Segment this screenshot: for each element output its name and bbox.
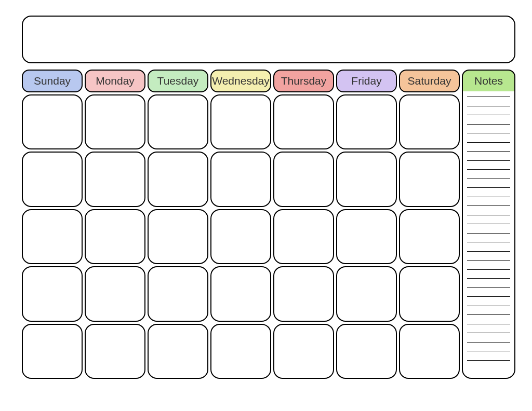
day-cell xyxy=(148,94,208,149)
header-sunday: Sunday xyxy=(22,70,83,92)
note-line xyxy=(467,242,510,242)
note-line xyxy=(467,324,510,324)
note-line xyxy=(467,251,510,252)
day-cell xyxy=(22,209,83,264)
day-cell xyxy=(336,209,397,264)
day-cell xyxy=(273,94,334,149)
note-line xyxy=(467,97,510,97)
calendar-grid: Sunday Monday Tuesday Wednesday Thursday… xyxy=(22,70,515,379)
header-thursday: Thursday xyxy=(273,70,334,92)
calendar-page: Sunday Monday Tuesday Wednesday Thursday… xyxy=(0,0,532,411)
note-line xyxy=(467,278,510,279)
day-cell xyxy=(148,209,208,264)
note-line xyxy=(467,333,510,333)
header-wednesday: Wednesday xyxy=(210,70,271,92)
note-line xyxy=(467,151,510,152)
header-saturday: Saturday xyxy=(399,70,460,92)
day-cell xyxy=(22,94,83,149)
note-line xyxy=(467,169,510,170)
day-cell xyxy=(148,266,208,321)
header-label: Friday xyxy=(351,75,381,87)
header-label: Tuesday xyxy=(157,75,199,87)
note-line xyxy=(467,133,510,133)
day-cell xyxy=(210,324,271,379)
day-cell xyxy=(336,266,397,321)
day-cell xyxy=(210,266,271,321)
day-cell xyxy=(85,152,145,207)
day-cell xyxy=(22,324,83,379)
note-line xyxy=(467,269,510,270)
day-cell xyxy=(399,152,460,207)
day-cell xyxy=(210,152,271,207)
day-cell xyxy=(210,209,271,264)
note-line xyxy=(467,224,510,224)
day-cell xyxy=(210,94,271,149)
note-line xyxy=(467,106,510,106)
day-cell xyxy=(148,152,208,207)
note-line xyxy=(467,142,510,143)
note-line xyxy=(467,306,510,306)
day-cell xyxy=(22,152,83,207)
note-line xyxy=(467,115,510,115)
day-cell xyxy=(399,209,460,264)
day-cell xyxy=(273,266,334,321)
header-friday: Friday xyxy=(336,70,397,92)
note-line xyxy=(467,160,510,161)
note-line xyxy=(467,233,510,234)
note-line xyxy=(467,197,510,197)
note-line xyxy=(467,124,510,125)
note-line xyxy=(467,360,510,361)
day-cell xyxy=(85,94,145,149)
day-cell xyxy=(399,324,460,379)
day-cell xyxy=(336,152,397,207)
note-line xyxy=(467,260,510,261)
day-cell xyxy=(85,266,145,321)
header-label: Monday xyxy=(96,75,135,87)
day-cell xyxy=(399,94,460,149)
day-cell xyxy=(336,94,397,149)
header-notes: Notes xyxy=(462,70,515,92)
note-line xyxy=(467,187,510,188)
day-cell xyxy=(273,152,334,207)
day-cell xyxy=(273,324,334,379)
day-cell xyxy=(85,324,145,379)
header-label: Saturday xyxy=(407,75,451,87)
header-tuesday: Tuesday xyxy=(148,70,208,92)
header-label: Wednesday xyxy=(212,75,270,87)
note-line xyxy=(467,351,510,351)
day-cell xyxy=(273,209,334,264)
note-line xyxy=(467,314,510,315)
header-label: Sunday xyxy=(34,75,71,87)
note-line xyxy=(467,215,510,215)
notes-column xyxy=(462,91,515,379)
day-cell xyxy=(148,324,208,379)
note-line xyxy=(467,179,510,179)
header-label: Notes xyxy=(474,75,503,87)
header-label: Thursday xyxy=(281,75,327,87)
title-box xyxy=(22,16,515,63)
header-monday: Monday xyxy=(85,70,145,92)
day-cell xyxy=(22,266,83,321)
note-line xyxy=(467,296,510,297)
day-cell xyxy=(336,324,397,379)
note-line xyxy=(467,206,510,206)
note-line xyxy=(467,287,510,288)
note-line xyxy=(467,342,510,342)
day-cell xyxy=(85,209,145,264)
day-cell xyxy=(399,266,460,321)
